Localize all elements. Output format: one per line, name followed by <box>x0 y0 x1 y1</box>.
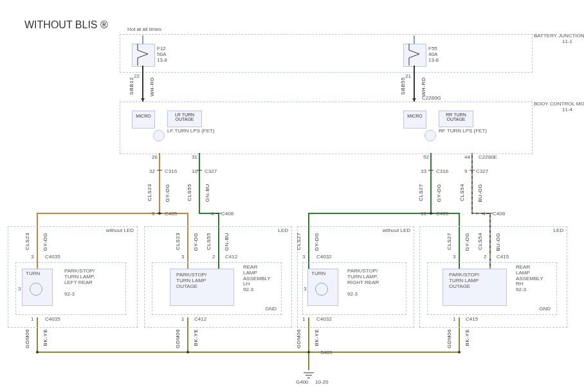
g3-out-pin: 1 <box>302 316 305 322</box>
g1-box-text: PARK/STOP/TURN LAMP,LEFT REAR92-3 <box>64 269 95 298</box>
mid-r1-col: GY-OG <box>436 184 442 202</box>
g2-in2-col: GN-BU <box>224 233 230 251</box>
g3-lamp: TURN <box>311 271 325 277</box>
mid-r2-id: CLS54 <box>459 184 465 201</box>
mid-r2-col: BU-OG <box>477 184 483 202</box>
g2-in1-col: GY-OG <box>193 233 199 251</box>
g1-out-conn: C4035 <box>45 316 60 322</box>
g1-tag: without LED <box>96 227 134 233</box>
g2-in2-id: CLS55 <box>206 233 212 250</box>
j-r1-pin: 16 <box>421 211 426 217</box>
mid-r1-id: CLS27 <box>418 184 424 201</box>
g2-in1-pin: 3 <box>181 254 184 260</box>
svg-point-5 <box>430 212 432 215</box>
gnode: G400 <box>296 379 309 385</box>
j-r2-conn: C408 <box>493 211 505 217</box>
g4-out-pin: 1 <box>453 316 455 322</box>
g3-box-text: PARK/STOP/TURN LAMP,RIGHT REAR92-3 <box>347 269 379 298</box>
g3-in-pin: 3 <box>302 254 305 260</box>
g1-out-id: GDM06 <box>24 329 30 348</box>
mid-l1-conn: C316 <box>165 168 177 174</box>
bcm-pin-r1: 52 <box>423 154 429 160</box>
g4-in1-pin: 3 <box>453 254 455 260</box>
j-r1-conn: C405 <box>436 211 448 217</box>
wtl-col: WH-RD <box>149 77 155 96</box>
mid-r1-conn: C316 <box>436 168 448 174</box>
g4-out-conn: C415 <box>466 316 478 322</box>
mid-l2-pin: 10 <box>192 168 197 174</box>
g4-out-id: GDM06 <box>446 329 452 348</box>
g4-in1-id: CLS27 <box>446 233 452 250</box>
j-l1-conn: C405 <box>165 211 177 217</box>
g1-out-col: BK-YE <box>42 329 48 346</box>
g2-gnd: GND <box>246 306 277 312</box>
wtr-id: SBB55 <box>400 77 406 94</box>
svg-point-3 <box>458 351 461 353</box>
g2-tag: LED <box>265 227 288 233</box>
g2-out-col: BK-YE <box>193 329 199 346</box>
g2-out-id: GDM06 <box>175 329 181 348</box>
g3-in-col: GY-OG <box>314 233 320 251</box>
g4-in1-col: GY-OG <box>464 233 470 251</box>
g3-in-conn: C4032 <box>316 254 332 260</box>
mid-r2-pin: 9 <box>464 168 467 174</box>
g4-in2-pin: 2 <box>484 254 486 260</box>
g4-out-col: BK-YE <box>464 329 470 346</box>
j-r2-pin: 4 <box>482 211 485 217</box>
g1-lamp: TURN <box>26 271 40 277</box>
g1-in-id: CLS23 <box>24 233 30 250</box>
g2-out-conn: C412 <box>194 316 206 322</box>
g1-in-col: GY-OG <box>42 233 48 251</box>
g4-in2-id: CLS54 <box>477 233 483 250</box>
conn-mid: C2280E <box>479 154 497 160</box>
g3-power: 3 <box>304 286 306 292</box>
wiring-diagram: WITHOUT BLIS ® Hot at all times BATTERY … <box>0 0 584 392</box>
bcm-pin-l1: 26 <box>152 154 158 160</box>
g3-out-id: GDM06 <box>296 329 302 348</box>
g1-in-conn: C4035 <box>45 254 60 260</box>
wtr-col: WH-RD <box>421 77 426 96</box>
mid-l1-pin: 32 <box>149 168 155 174</box>
g2-in2-pin: 2 <box>212 254 215 260</box>
bulb-icon <box>315 283 328 296</box>
g4-box-text: PARK/STOP/TURN LAMPOUTAGE <box>449 272 479 289</box>
wires <box>0 0 584 392</box>
splice: S409 <box>320 350 333 355</box>
g4-side-text: REARLAMPASSEMBLYRH92-3 <box>516 265 543 293</box>
svg-point-2 <box>187 351 189 353</box>
g4-gnd: GND <box>520 306 551 312</box>
bcm-pin-l2: 31 <box>192 154 197 160</box>
g3-tag: without LED <box>373 227 410 233</box>
bcm-pin-r2: 44 <box>464 154 470 160</box>
g2-box-text: PARK/STOP/TURN LAMPOUTAGE <box>176 272 206 289</box>
g4-in2-col: BU-OG <box>495 233 501 251</box>
bulb-icon <box>30 283 42 296</box>
g3-out-conn: C4032 <box>316 316 332 322</box>
g3-out-col: BK-YE <box>314 329 320 346</box>
j-l1-pin: 8 <box>152 211 154 217</box>
mid-l1-id: CLS23 <box>147 184 152 201</box>
svg-point-4 <box>158 212 161 215</box>
conn-top: C2280G <box>422 95 441 101</box>
gref: 10-20 <box>315 379 328 385</box>
g4-tag: LED <box>540 227 563 233</box>
svg-point-0 <box>307 351 310 353</box>
mid-l2-id: CLS55 <box>187 184 192 201</box>
pin-l: 22 <box>134 73 140 79</box>
mid-r2-conn: C327 <box>476 168 488 174</box>
svg-point-1 <box>36 351 39 353</box>
g1-in-pin: 3 <box>31 254 33 260</box>
g3-in-id: CLS27 <box>296 233 302 250</box>
g2-out-pin: 1 <box>181 316 184 322</box>
j-l2-pin: 4 <box>211 211 214 217</box>
wtl-id: SBB12 <box>129 77 134 94</box>
g4-in2-conn: C415 <box>497 254 509 260</box>
g2-in2-conn: C412 <box>225 254 237 260</box>
mid-l2-col: GN-BU <box>205 184 210 202</box>
g2-side-text: REARLAMPASSEMBLYLH92-3 <box>243 265 271 293</box>
mid-l2-conn: C327 <box>205 168 217 174</box>
g1-out-pin: 1 <box>31 316 33 322</box>
g1-power: 3 <box>18 286 21 292</box>
mid-r1-pin: 33 <box>421 168 426 174</box>
mid-l1-col: GY-OG <box>165 184 170 202</box>
